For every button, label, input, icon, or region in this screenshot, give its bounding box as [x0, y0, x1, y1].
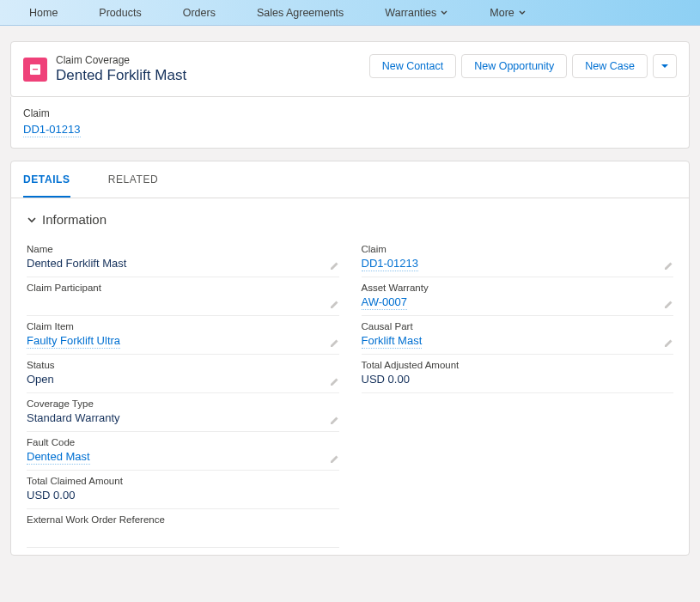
- field-total-claimed-amount: Total Claimed AmountUSD 0.00: [27, 471, 339, 509]
- field-label: Name: [27, 244, 339, 254]
- nav-item-label: Orders: [183, 7, 216, 19]
- field-label: Claim Item: [27, 321, 339, 331]
- record-icon: [23, 58, 47, 82]
- field-label: Coverage Type: [27, 398, 339, 409]
- tab-related[interactable]: RELATED: [108, 161, 159, 198]
- field-value: Standard Warranty: [27, 411, 339, 425]
- record-header: Claim Coverage Dented Forklift Mast New …: [10, 41, 690, 97]
- highlight-panel: Claim DD1-01213: [10, 97, 690, 149]
- section-title: Information: [42, 212, 107, 227]
- field-external-work-order-reference: External Work Order Reference: [27, 509, 339, 548]
- edit-icon[interactable]: [663, 338, 673, 349]
- field-claim-participant: Claim Participant: [27, 277, 339, 316]
- field-value: Open: [27, 373, 339, 386]
- svg-rect-2: [33, 69, 38, 70]
- field-value: AW-0007: [362, 295, 674, 309]
- field-label: External Work Order Reference: [27, 514, 339, 525]
- nav-item-warranties[interactable]: Warranties: [364, 0, 469, 25]
- edit-icon[interactable]: [329, 416, 339, 426]
- field-fault-code: Fault CodeDented Mast: [27, 432, 339, 471]
- edit-icon[interactable]: [663, 261, 673, 271]
- claim-field-label: Claim: [23, 107, 677, 119]
- nav-item-orders[interactable]: Orders: [162, 0, 236, 25]
- field-value: Faulty Forklift Ultra: [27, 334, 339, 348]
- field-link[interactable]: Dented Mast: [27, 450, 90, 465]
- field-label: Asset Warranty: [362, 283, 674, 293]
- field-link[interactable]: AW-0007: [362, 295, 407, 310]
- new-case-button[interactable]: New Case: [572, 54, 648, 78]
- nav-item-products[interactable]: Products: [78, 0, 161, 25]
- chevron-down-icon: [518, 9, 527, 17]
- field-name: NameDented Forklift Mast: [27, 239, 339, 277]
- chevron-down-icon: [27, 215, 37, 225]
- new-opportunity-button[interactable]: New Opportunity: [461, 54, 567, 78]
- nav-item-label: Products: [99, 7, 141, 19]
- page-title: Dented Forklift Mast: [56, 67, 186, 84]
- field-value: USD 0.00: [27, 489, 339, 502]
- edit-icon[interactable]: [329, 454, 339, 465]
- edit-icon[interactable]: [329, 338, 339, 349]
- claim-link[interactable]: DD1-01213: [23, 123, 81, 137]
- field-link[interactable]: Faulty Forklift Ultra: [27, 334, 120, 349]
- field-label: Total Adjusted Amount: [362, 360, 674, 370]
- nav-item-label: Sales Agreements: [257, 7, 344, 19]
- fields-left-column: NameDented Forklift MastClaim Participan…: [27, 239, 339, 548]
- svg-rect-1: [30, 64, 40, 67]
- field-value: Dented Forklift Mast: [27, 257, 339, 271]
- field-total-adjusted-amount: Total Adjusted AmountUSD 0.00: [362, 355, 674, 393]
- field-link[interactable]: DD1-01213: [362, 257, 419, 271]
- entity-label: Claim Coverage: [56, 54, 186, 66]
- field-causal-part: Causal PartForklift Mast: [362, 316, 674, 355]
- field-value: [27, 295, 339, 309]
- caret-down-icon: [660, 62, 669, 70]
- new-contact-button[interactable]: New Contact: [369, 54, 457, 78]
- field-claim: ClaimDD1-01213: [362, 239, 674, 277]
- section-header-information[interactable]: Information: [27, 212, 673, 227]
- detail-panel: DETAILS RELATED Information NameDented F…: [10, 161, 690, 556]
- field-label: Claim Participant: [27, 283, 339, 293]
- field-label: Claim: [362, 244, 674, 254]
- header-actions: New Contact New Opportunity New Case: [369, 54, 677, 78]
- field-value: [27, 527, 339, 541]
- field-label: Causal Part: [362, 321, 674, 331]
- edit-icon[interactable]: [329, 377, 339, 387]
- top-nav: HomeProductsOrdersSales AgreementsWarran…: [0, 0, 700, 26]
- fields-right-column: ClaimDD1-01213Asset WarrantyAW-0007Causa…: [362, 239, 674, 548]
- nav-item-label: More: [490, 7, 514, 19]
- edit-icon[interactable]: [329, 261, 339, 271]
- chevron-down-icon: [440, 9, 448, 17]
- field-value: Dented Mast: [27, 450, 339, 464]
- nav-item-label: Warranties: [385, 7, 436, 19]
- field-coverage-type: Coverage TypeStandard Warranty: [27, 393, 339, 432]
- edit-icon[interactable]: [329, 300, 339, 310]
- edit-icon[interactable]: [663, 300, 673, 310]
- tabs: DETAILS RELATED: [11, 161, 689, 198]
- nav-item-label: Home: [29, 7, 58, 19]
- field-status: StatusOpen: [27, 355, 339, 393]
- nav-item-home[interactable]: Home: [9, 0, 78, 25]
- svg-rect-0: [30, 66, 40, 75]
- field-label: Fault Code: [27, 437, 339, 447]
- nav-item-sales-agreements[interactable]: Sales Agreements: [236, 0, 364, 25]
- nav-item-more[interactable]: More: [469, 0, 546, 25]
- field-link[interactable]: Forklift Mast: [362, 334, 423, 349]
- field-value: DD1-01213: [362, 257, 674, 271]
- field-asset-warranty: Asset WarrantyAW-0007: [362, 277, 674, 316]
- actions-overflow-button[interactable]: [653, 54, 677, 78]
- field-label: Status: [27, 360, 339, 370]
- tab-details[interactable]: DETAILS: [23, 161, 70, 198]
- field-claim-item: Claim ItemFaulty Forklift Ultra: [27, 316, 339, 355]
- field-label: Total Claimed Amount: [27, 476, 339, 486]
- field-value: USD 0.00: [362, 373, 674, 386]
- field-value: Forklift Mast: [362, 334, 674, 348]
